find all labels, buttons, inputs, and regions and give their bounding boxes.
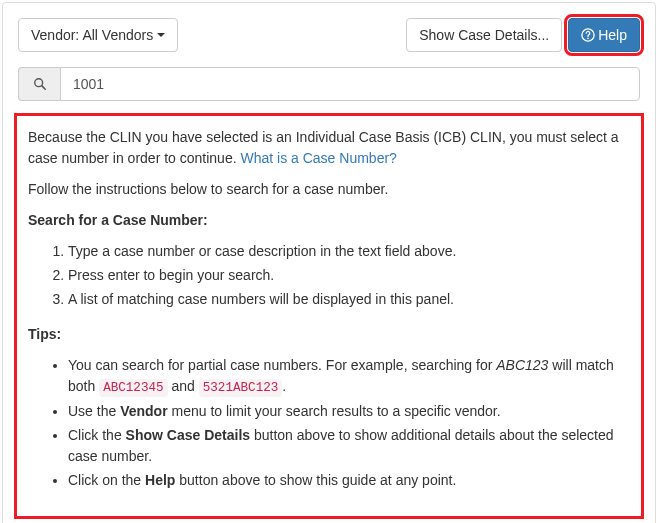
tip-text: You can search for partial case numbers.… [68, 357, 496, 373]
main-panel: Vendor: All Vendors Show Case Details...… [2, 2, 656, 523]
show-case-details-button[interactable]: Show Case Details... [406, 18, 562, 52]
tip-text: and [168, 378, 199, 394]
caret-down-icon [157, 33, 165, 37]
tip-code: ABC12345 [99, 379, 167, 397]
search-steps: Type a case number or case description i… [28, 241, 630, 310]
tip-term: ABC123 [496, 357, 548, 373]
question-circle-icon [581, 28, 595, 42]
vendor-dropdown-label: Vendor: All Vendors [31, 25, 153, 45]
tip-text: Click on the [68, 472, 145, 488]
show-case-details-label: Show Case Details... [419, 25, 549, 45]
help-panel: Because the CLIN you have selected is an… [18, 117, 640, 515]
tip-text: Click the [68, 427, 126, 443]
search-input[interactable] [60, 67, 640, 101]
tip-code: 5321ABC123 [199, 379, 283, 397]
tips-heading: Tips: [28, 326, 61, 342]
list-item: Press enter to begin your search. [68, 265, 630, 286]
tip-text: menu to limit your search results to a s… [168, 403, 501, 419]
svg-line-3 [41, 86, 44, 89]
list-item: Type a case number or case description i… [68, 241, 630, 262]
tip-text: Use the [68, 403, 120, 419]
list-item: You can search for partial case numbers.… [68, 355, 630, 398]
intro-paragraph: Because the CLIN you have selected is an… [28, 127, 630, 169]
help-button-label: Help [598, 25, 627, 45]
tip-text: button above to show this guide at any p… [175, 472, 456, 488]
toolbar: Vendor: All Vendors Show Case Details...… [18, 18, 640, 52]
toolbar-right: Show Case Details... Help [406, 18, 640, 52]
search-heading: Search for a Case Number: [28, 212, 208, 228]
search-icon [18, 67, 60, 101]
what-is-case-number-link[interactable]: What is a Case Number? [240, 150, 396, 166]
list-item: Click the Show Case Details button above… [68, 425, 630, 467]
tip-strong: Vendor [120, 403, 167, 419]
list-item: A list of matching case numbers will be … [68, 289, 630, 310]
tip-text: . [282, 378, 286, 394]
vendor-dropdown[interactable]: Vendor: All Vendors [18, 18, 178, 52]
list-item: Use the Vendor menu to limit your search… [68, 401, 630, 422]
toolbar-left: Vendor: All Vendors [18, 18, 178, 52]
search-group [18, 67, 640, 101]
follow-paragraph: Follow the instructions below to search … [28, 179, 630, 200]
tip-strong: Help [145, 472, 175, 488]
tips-list: You can search for partial case numbers.… [28, 355, 630, 491]
tip-strong: Show Case Details [126, 427, 251, 443]
svg-point-1 [587, 38, 589, 40]
help-button[interactable]: Help [568, 18, 640, 52]
list-item: Click on the Help button above to show t… [68, 470, 630, 491]
